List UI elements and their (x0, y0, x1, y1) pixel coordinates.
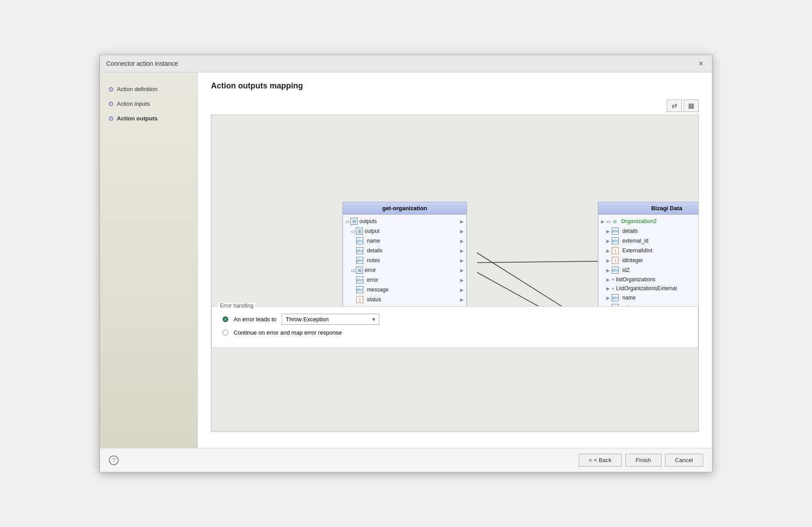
abc-icon: abc (356, 286, 363, 293)
connector-notes-to-notes (477, 272, 599, 306)
throw-exception-dropdown[interactable]: Throw Exception ▾ (282, 314, 379, 325)
row-label: OrganizationZ (621, 218, 657, 224)
left-box: get-organization ▭ ⊞ outputs ▶ ▭ (342, 202, 467, 307)
close-button[interactable]: × (696, 59, 706, 68)
table-row: abc error ▶ (343, 275, 466, 285)
cancel-button[interactable]: Cancel (665, 454, 703, 467)
table-row: ▭ ⊞ error ▶ (343, 265, 466, 275)
radio-error-leads-to[interactable] (223, 316, 228, 322)
arrow-in-icon: ▶ (606, 248, 610, 253)
table-row: ▶ abc name (598, 293, 699, 303)
radio-label-2: Continue on error and map error response (234, 329, 342, 336)
finish-button[interactable]: Finish (625, 454, 661, 467)
left-box-rows: ▭ ⊞ outputs ▶ ▭ ⊞ output ▶ (343, 215, 466, 306)
arrow-in-icon: ▶ (601, 219, 605, 224)
row-label: status (367, 296, 381, 303)
radio-continue-on-error[interactable] (223, 330, 228, 335)
help-icon[interactable]: ? (109, 455, 119, 465)
arrow-out-icon: ▶ (460, 268, 464, 273)
table-row: abc message ▶ (343, 285, 466, 295)
box-icon: ⊞ (356, 267, 363, 274)
abc-icon: abc (612, 228, 619, 235)
arrow-in-icon: ▶ (606, 286, 610, 291)
box-icon: ⊞ (350, 218, 358, 225)
abc-icon: abc (356, 257, 363, 264)
arrow-in-icon: ▶ (606, 229, 610, 234)
left-box-header: get-organization (343, 202, 466, 215)
radio-label-1: An error leads to (234, 316, 276, 323)
sidebar-item-label: Action outputs (117, 115, 158, 122)
abc-icon: abc (612, 237, 619, 244)
map-button[interactable]: ⇄ (667, 100, 682, 112)
row-label: details (622, 228, 638, 234)
expand-icon: ▭ (351, 268, 355, 273)
row-label: listOrganizations (616, 276, 656, 283)
abc-icon: abc (356, 247, 363, 254)
table-row: abc details ▶ (343, 246, 466, 256)
sidebar-item-action-outputs[interactable]: Action outputs (109, 115, 188, 122)
table-row: ▶ + ListOrganizationsExternal (598, 284, 699, 293)
dialog-title: Connector action instance (106, 60, 178, 67)
arrow-out-icon: ▶ (460, 297, 464, 302)
abc-icon: abc (612, 267, 619, 274)
bullet-icon (109, 87, 113, 92)
footer-buttons: < < Back Finish Cancel (579, 454, 703, 467)
abc-icon: abc (356, 237, 363, 244)
mapping-toolbar: ⇄ ▦ (211, 100, 699, 112)
expand-icon: ▭ (606, 219, 610, 224)
row-label: details (367, 248, 382, 254)
row-label: error (365, 267, 376, 273)
expand-icon: ▭ (351, 229, 355, 234)
table-row: ▶ 1 idInteger (598, 256, 699, 265)
table-row: abc notes ▶ (343, 256, 466, 265)
grid-button[interactable]: ▦ (684, 100, 699, 112)
arrow-out-icon: ▶ (460, 219, 464, 224)
connector-details-to-details (477, 261, 599, 263)
table-row: abc name ▶ (343, 236, 466, 246)
arrow-in-icon: ▶ (606, 239, 610, 244)
arrow-out-icon: ▶ (460, 239, 464, 244)
right-box: Bizagi Data ▶ ▭ ⊞ OrganizationZ (598, 202, 699, 323)
int-icon: 1 (612, 257, 619, 264)
abc-icon: abc (356, 276, 363, 283)
table-row: ▶ abc idZ (598, 265, 699, 275)
row-label: outputs (359, 218, 377, 224)
row-label: name (622, 295, 636, 301)
row-label: idInteger (622, 257, 643, 264)
main-content: Action outputs mapping ⇄ ▦ (198, 72, 712, 448)
arrow-out-icon: ▶ (460, 287, 464, 292)
dropdown-arrow-icon: ▾ (372, 316, 375, 323)
row-label: name (367, 238, 380, 244)
footer: ? < < Back Finish Cancel (100, 448, 712, 472)
int-icon: 1 (356, 296, 363, 303)
table-row: ▶ 1 ExternalIdInt (598, 246, 699, 256)
table-row: ▶ abc details (598, 226, 699, 236)
row-label: output (365, 228, 379, 234)
expand-icon: + (612, 286, 614, 291)
arrow-out-icon: ▶ (460, 229, 464, 234)
row-label: ExternalIdInt (622, 248, 652, 254)
sidebar-item-action-inputs[interactable]: Action inputs (109, 100, 188, 107)
sidebar-item-action-definition[interactable]: Action definition (109, 86, 188, 92)
table-icon: ⊞ (611, 218, 618, 225)
error-row-1: An error leads to Throw Exception ▾ (223, 314, 687, 325)
table-row: ▶ ▭ ⊞ OrganizationZ (598, 216, 699, 226)
arrow-in-icon: ▶ (606, 268, 610, 273)
footer-left: ? (109, 455, 119, 465)
abc-icon: abc (612, 294, 619, 301)
arrow-out-icon: ▶ (460, 248, 464, 253)
box-icon: ⊞ (356, 228, 363, 235)
expand-icon: + (612, 277, 614, 282)
table-row: 1 status ▶ (343, 295, 466, 304)
right-box-header: Bizagi Data (598, 202, 699, 215)
row-label: error (367, 277, 378, 283)
mapping-area: get-organization ▭ ⊞ outputs ▶ ▭ (211, 115, 699, 432)
arrow-out-icon: ▶ (460, 258, 464, 263)
row-label: message (367, 287, 389, 293)
back-button[interactable]: < < Back (579, 454, 622, 467)
sidebar-item-label: Action inputs (117, 100, 150, 107)
row-label: external_id (622, 238, 649, 244)
arrow-in-icon: ▶ (606, 295, 610, 300)
arrow-in-icon: ▶ (606, 277, 610, 282)
sidebar-item-label: Action definition (117, 86, 158, 92)
